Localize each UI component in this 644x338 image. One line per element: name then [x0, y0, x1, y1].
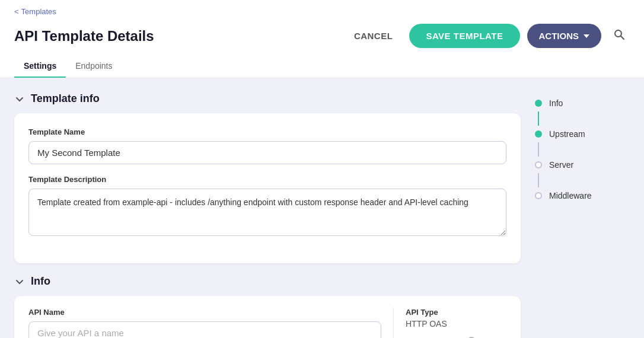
header-actions: CANCEL SAVE TEMPLATE ACTIONS	[345, 24, 630, 48]
nav-label-middleware: Middleware	[549, 191, 592, 200]
template-name-group: Template Name	[28, 127, 506, 164]
nav-label-server: Server	[549, 160, 573, 170]
template-name-input[interactable]	[28, 141, 506, 164]
info-title: Info	[31, 275, 50, 288]
tabs-row: Settings Endpoints	[14, 55, 630, 78]
breadcrumb-link[interactable]: Templates	[14, 7, 56, 16]
nav-dot-upstream	[535, 130, 542, 138]
info-right: API Type HTTP OAS Gateway Status ?	[394, 308, 506, 338]
save-template-button[interactable]: SAVE TEMPLATE	[409, 24, 519, 48]
svg-line-1	[621, 36, 624, 39]
api-name-input[interactable]	[28, 321, 381, 338]
template-info-card: Template Name Template Description Templ…	[14, 113, 521, 263]
section-header-template-info: Template info	[14, 93, 521, 105]
template-description-input[interactable]: Template created from example-api - incl…	[28, 189, 506, 236]
api-name-label: API Name	[28, 308, 381, 317]
section-header-info: Info	[14, 275, 521, 288]
nav-item-middleware[interactable]: Middleware	[535, 187, 630, 204]
template-info-section: Template info Template Name Template Des…	[14, 93, 521, 263]
nav-item-server[interactable]: Server	[535, 157, 630, 173]
api-name-group: API Name	[28, 308, 381, 338]
info-left: API Name EXPIRATION DATE	[28, 308, 394, 338]
nav-label-upstream: Upstream	[549, 129, 585, 139]
collapse-icon[interactable]	[14, 94, 25, 104]
main-content: Template info Template Name Template Des…	[0, 78, 644, 338]
content-area: Template info Template Name Template Des…	[14, 93, 521, 337]
nav-dot-server	[535, 161, 542, 168]
chevron-down-icon	[584, 34, 589, 38]
info-card: API Name EXPIRATION DATE API Type HTTP O…	[14, 296, 521, 338]
cancel-button[interactable]: CANCEL	[345, 25, 403, 47]
template-description-label: Template Description	[28, 175, 506, 184]
nav-label-info: Info	[549, 98, 563, 108]
nav-item-upstream[interactable]: Upstream	[535, 126, 630, 142]
tab-endpoints[interactable]: Endpoints	[66, 55, 122, 78]
api-type-label: API Type	[406, 308, 506, 317]
template-description-group: Template Description Template created fr…	[28, 175, 506, 238]
nav-dot-info	[535, 100, 542, 107]
template-name-label: Template Name	[28, 127, 506, 136]
search-button[interactable]	[608, 24, 630, 48]
sidebar-nav: Info Upstream	[535, 93, 630, 337]
info-section: Info API Name EXPIRATION DATE API Type H…	[14, 275, 521, 338]
tab-settings[interactable]: Settings	[14, 55, 66, 78]
api-type-value: HTTP OAS	[406, 319, 506, 329]
nav-group: Info Upstream	[535, 95, 630, 204]
info-collapse-icon[interactable]	[14, 276, 25, 287]
actions-button[interactable]: ACTIONS	[527, 24, 602, 48]
template-info-title: Template info	[31, 93, 100, 105]
nav-dot-middleware	[535, 192, 542, 199]
page-title: API Template Details	[14, 28, 154, 44]
nav-item-info[interactable]: Info	[535, 95, 630, 111]
